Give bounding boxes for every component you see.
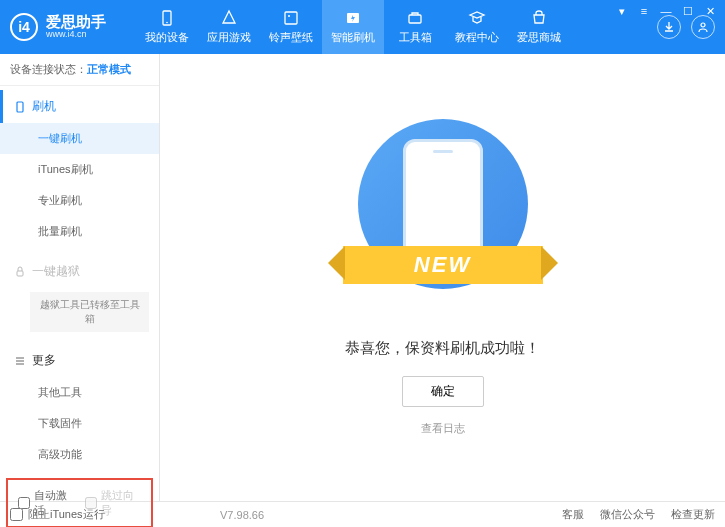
flash-icon (344, 9, 362, 27)
svg-point-1 (166, 22, 168, 24)
toolbox-icon (406, 9, 424, 27)
sidebar-item-other-tools[interactable]: 其他工具 (0, 377, 159, 408)
footer-link-wechat[interactable]: 微信公众号 (600, 507, 655, 522)
media-icon (282, 9, 300, 27)
app-header: i4 爱思助手 www.i4.cn 我的设备 应用游戏 铃声壁纸 智能刷机 工具… (0, 0, 725, 54)
footer-link-support[interactable]: 客服 (562, 507, 584, 522)
view-log-link[interactable]: 查看日志 (421, 421, 465, 436)
app-url: www.i4.cn (46, 30, 106, 40)
svg-rect-7 (17, 102, 23, 112)
success-illustration: NEW (353, 119, 533, 319)
nav-media[interactable]: 铃声壁纸 (260, 0, 322, 54)
sidebar-section-jailbreak[interactable]: 一键越狱 (0, 255, 159, 288)
apps-icon (220, 9, 238, 27)
maximize-button[interactable]: ☐ (681, 4, 695, 18)
sidebar-item-itunes-flash[interactable]: iTunes刷机 (0, 154, 159, 185)
app-title: 爱思助手 (46, 14, 106, 31)
tutorial-icon (468, 9, 486, 27)
menu-icon[interactable]: ▾ (615, 4, 629, 18)
shop-icon (530, 9, 548, 27)
sidebar-item-oneclick-flash[interactable]: 一键刷机 (0, 123, 159, 154)
footer-link-update[interactable]: 检查更新 (671, 507, 715, 522)
nav-shop[interactable]: 爱思商城 (508, 0, 570, 54)
connection-status: 设备连接状态：正常模式 (0, 54, 159, 86)
nav-apps[interactable]: 应用游戏 (198, 0, 260, 54)
sidebar-section-more[interactable]: 更多 (0, 344, 159, 377)
svg-rect-5 (409, 15, 421, 23)
svg-rect-2 (285, 12, 297, 24)
device-icon (158, 9, 176, 27)
sidebar-item-batch-flash[interactable]: 批量刷机 (0, 216, 159, 247)
nav-flash[interactable]: 智能刷机 (322, 0, 384, 54)
jailbreak-note: 越狱工具已转移至工具箱 (30, 292, 149, 332)
nav-my-device[interactable]: 我的设备 (136, 0, 198, 54)
download-button[interactable] (657, 15, 681, 39)
svg-rect-8 (17, 271, 23, 276)
new-banner: NEW (343, 246, 543, 284)
svg-point-3 (288, 15, 290, 17)
success-message: 恭喜您，保资料刷机成功啦！ (345, 339, 540, 358)
nav-tutorial[interactable]: 教程中心 (446, 0, 508, 54)
nav-tools[interactable]: 工具箱 (384, 0, 446, 54)
main-content: NEW 恭喜您，保资料刷机成功啦！ 确定 查看日志 (160, 54, 725, 501)
minimize-button[interactable]: — (659, 4, 673, 18)
sidebar-item-advanced[interactable]: 高级功能 (0, 439, 159, 470)
version-label: V7.98.66 (220, 509, 264, 521)
sidebar: 设备连接状态：正常模式 刷机 一键刷机 iTunes刷机 专业刷机 批量刷机 一… (0, 54, 160, 501)
checkbox-block-itunes[interactable]: 阻止iTunes运行 (10, 507, 105, 522)
list-icon (14, 355, 26, 367)
ok-button[interactable]: 确定 (402, 376, 484, 407)
svg-point-6 (701, 23, 705, 27)
phone-icon (14, 101, 26, 113)
sidebar-item-download-firmware[interactable]: 下载固件 (0, 408, 159, 439)
sidebar-item-pro-flash[interactable]: 专业刷机 (0, 185, 159, 216)
top-nav: 我的设备 应用游戏 铃声壁纸 智能刷机 工具箱 教程中心 爱思商城 (136, 0, 657, 54)
options-icon[interactable]: ≡ (637, 4, 651, 18)
logo: i4 爱思助手 www.i4.cn (10, 13, 106, 41)
logo-icon: i4 (10, 13, 38, 41)
close-button[interactable]: ✕ (703, 4, 717, 18)
lock-icon (14, 266, 26, 278)
sidebar-section-flash[interactable]: 刷机 (0, 90, 159, 123)
user-button[interactable] (691, 15, 715, 39)
